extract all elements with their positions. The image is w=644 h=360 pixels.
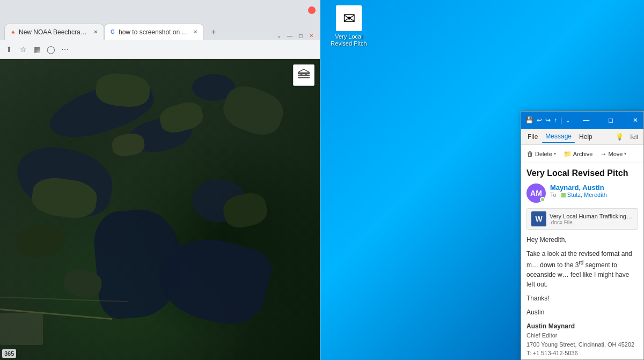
body-paragraph1: Take a look at the revised format and m…… [526, 249, 638, 289]
move-icon: → [600, 150, 606, 158]
new-tab-button[interactable]: + [206, 25, 221, 40]
sender-info: Maynard, Austin To Stutz, Meredith [550, 183, 638, 198]
sig-name: Austin Maynard [526, 321, 638, 331]
delete-label: Delete [535, 151, 552, 157]
browser-toolbar: ⬆ ☆ ▦ ◯ ⋯ [0, 40, 320, 59]
move-chevron: ▾ [624, 151, 626, 156]
archive-button[interactable]: 📁 Archive [561, 149, 596, 159]
browser-close-button[interactable]: ✕ [308, 6, 316, 14]
archive-icon: 📁 [564, 150, 572, 158]
browser-tab-noaa[interactable]: 🔺 New NOAA Beechcraft Kin ✕ [4, 24, 104, 40]
save-icon: 💾 [525, 116, 533, 124]
sender-to: To Stutz, Meredith [550, 192, 638, 198]
body-greeting: Hey Meredith, [526, 235, 638, 245]
word-letter: W [535, 215, 542, 223]
email-toolbar: 🗑 Delete ▾ 📁 Archive → Move ▾ [521, 145, 643, 163]
sender-avatar: AM [526, 183, 546, 203]
sender-row: AM Maynard, Austin To Stutz, Meredith [526, 183, 638, 203]
attachment-name: Very Local Human Trafficking Pitch.do [550, 213, 633, 219]
minimize-button[interactable]: — [574, 112, 598, 129]
tab-close-google[interactable]: ✕ [192, 28, 199, 36]
tab-title-noaa: New NOAA Beechcraft Kin [19, 28, 89, 36]
svg-rect-2 [298, 77, 310, 78]
desktop-icon-email[interactable]: ✉ Very Local Revised Pitch [327, 5, 370, 47]
email-icon: ✉ [336, 5, 362, 31]
window-controls: — ◻ ✕ [574, 112, 644, 129]
email-subject: Very Local Revised Pitch [526, 168, 638, 178]
ribbon-tabs: File Message Help 💡 Tell [521, 129, 643, 145]
maximize-button[interactable]: ◻ [598, 112, 623, 129]
bookmark-icon[interactable]: ☆ [18, 45, 28, 54]
desktop-icon-label: Very Local Revised Pitch [331, 33, 367, 47]
status-dot [540, 197, 545, 202]
email-body: Hey Meredith, Take a look at the revised… [526, 235, 638, 358]
attachment[interactable]: W Very Local Human Trafficking Pitch.do … [526, 208, 638, 230]
ribbon-tab-help[interactable]: Help [576, 131, 596, 143]
google-favicon: G [109, 28, 116, 36]
attachment-info: Very Local Human Trafficking Pitch.do .d… [550, 213, 633, 225]
sig-title: Chief Editor [526, 331, 638, 340]
email-window: 💾 ↩ ↪ ↑ | ⌄ — ◻ ✕ File Message Help 💡 Te… [521, 111, 644, 360]
move-button[interactable]: → Move ▾ [597, 149, 629, 159]
ribbon-tab-file[interactable]: File [524, 131, 541, 143]
browser-window: ✕ 🔺 New NOAA Beechcraft Kin ✕ G how to s… [0, 0, 320, 360]
window-restore-button[interactable]: ◻ [296, 31, 305, 40]
tab-controls: ⌄ — ◻ ✕ [275, 31, 316, 40]
noaa-favicon: 🔺 [9, 28, 17, 36]
share-icon[interactable]: ⬆ [4, 45, 14, 54]
tab-close-noaa[interactable]: ✕ [92, 28, 99, 36]
more-icon: ⌄ [565, 116, 570, 124]
tab-collapse-button[interactable]: ⌄ [275, 31, 283, 40]
map-layers-button[interactable] [293, 64, 314, 86]
ribbon-tab-message[interactable]: Message [542, 130, 575, 143]
word-icon: W [531, 211, 546, 226]
browser-titlebar: ✕ [0, 0, 320, 20]
map-area: 365 [0, 59, 320, 360]
delete-chevron: ▾ [554, 151, 556, 156]
map-coordinates: 365 [2, 349, 16, 358]
attachment-type: .docx File [550, 219, 633, 225]
sig-address: 1700 Young Street, Cincinnati, OH 45202 [526, 340, 638, 349]
to-name[interactable]: Stutz, Meredith [567, 192, 607, 198]
close-button[interactable]: ✕ [623, 112, 644, 129]
to-label: To [550, 192, 557, 198]
menu-icon[interactable]: ⋯ [60, 45, 70, 54]
archive-label: Archive [573, 151, 593, 157]
browser-tab-google[interactable]: G how to screenshot on win ✕ [104, 24, 204, 40]
sig-phone: T: +1 513-412-5036 [526, 349, 638, 358]
trash-icon: 🗑 [527, 150, 533, 158]
undo-icon: ↩ [537, 116, 542, 124]
body-signname: Austin [526, 307, 638, 317]
separator-icon: | [560, 116, 562, 124]
tell-me-label[interactable]: Tell [627, 131, 640, 142]
sender-name[interactable]: Maynard, Austin [550, 183, 638, 192]
body-signoff: Thanks! [526, 293, 638, 303]
delete-button[interactable]: 🗑 Delete ▾ [524, 149, 559, 159]
profile-icon[interactable]: ◯ [46, 45, 56, 54]
browser-tabs: 🔺 New NOAA Beechcraft Kin ✕ G how to scr… [0, 20, 320, 40]
email-signature: Austin Maynard Chief Editor 1700 Young S… [526, 321, 638, 358]
email-content: Very Local Revised Pitch AM Maynard, Aus… [521, 163, 643, 359]
redo-icon: ↪ [545, 116, 551, 124]
window-minimize-button[interactable]: — [286, 31, 294, 40]
email-titlebar: 💾 ↩ ↪ ↑ | ⌄ — ◻ ✕ [521, 112, 643, 129]
sidebar-icon[interactable]: ▦ [32, 45, 42, 54]
lightbulb-icon: 💡 [613, 131, 626, 143]
tab-title-google: how to screenshot on win [119, 28, 188, 36]
move-label: Move [608, 151, 623, 157]
sender-initials: AM [530, 189, 542, 197]
map-background [0, 59, 320, 360]
up-icon: ↑ [554, 116, 557, 124]
window-close-button[interactable]: ✕ [307, 31, 316, 40]
